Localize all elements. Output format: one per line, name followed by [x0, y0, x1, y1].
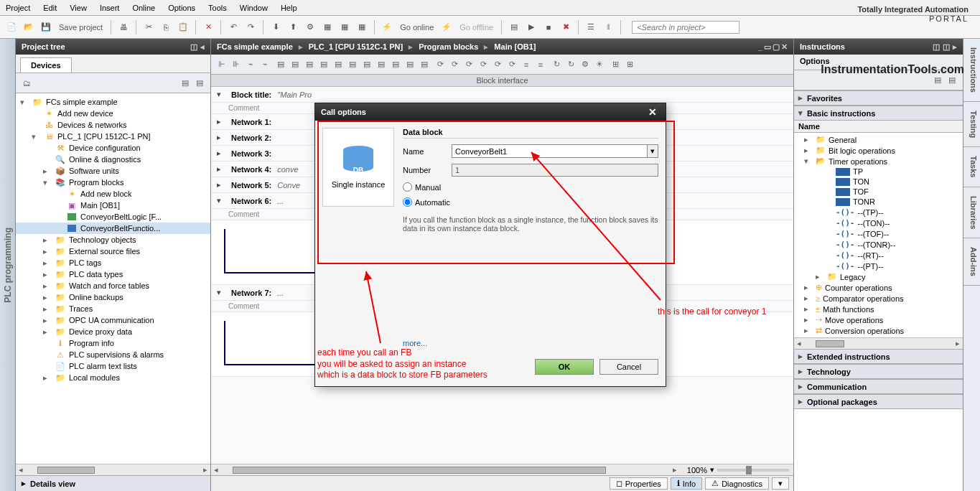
- minimize-icon[interactable]: _: [758, 42, 762, 52]
- left-sidebar-tab[interactable]: PLC programming: [0, 39, 16, 491]
- instr-item[interactable]: TOF: [797, 187, 960, 197]
- ed-icon[interactable]: ↻: [564, 58, 577, 71]
- ed-icon[interactable]: ↻: [550, 58, 563, 71]
- instr-group[interactable]: ▸📁Bit logic operations: [797, 145, 960, 156]
- compile-icon[interactable]: ⚙: [303, 20, 317, 34]
- vtab-tasks[interactable]: Tasks: [963, 147, 980, 187]
- tree-item[interactable]: ▸📁Traces: [16, 303, 210, 314]
- more-link[interactable]: more...: [403, 339, 658, 347]
- ed-icon[interactable]: ⌁: [244, 58, 257, 71]
- ed-icon[interactable]: ⟳: [448, 58, 461, 71]
- ed-icon[interactable]: ☀: [593, 58, 606, 71]
- ed-icon[interactable]: ▤: [360, 58, 373, 71]
- instr-hscroll[interactable]: ◂▸: [794, 337, 963, 349]
- ed-icon[interactable]: ▤: [403, 58, 416, 71]
- tree-item[interactable]: ✶Add new block: [16, 188, 210, 200]
- save-icon[interactable]: 💾: [39, 20, 53, 34]
- tb-icon-h[interactable]: ☰: [584, 20, 598, 34]
- devices-tab[interactable]: Devices: [20, 57, 72, 73]
- info-tab[interactable]: ℹ Info: [671, 477, 702, 490]
- tree-item[interactable]: ▸📁Watch and force tables: [16, 280, 210, 291]
- communication-header[interactable]: ▸Communication: [794, 379, 963, 394]
- ed-icon[interactable]: ⊞: [609, 58, 622, 71]
- project-tree[interactable]: ▾📁FCs simple example✶Add new device🖧Devi…: [16, 93, 210, 464]
- dropdown-icon[interactable]: ▾: [648, 144, 658, 158]
- cut-icon[interactable]: ✂: [141, 20, 156, 34]
- menu-options[interactable]: Options: [168, 4, 195, 12]
- vtab-instructions[interactable]: Instructions: [963, 39, 980, 102]
- instr-item[interactable]: TON: [797, 177, 960, 187]
- details-view-header[interactable]: ▸Details view: [16, 475, 210, 491]
- instr-group[interactable]: ▸⇄Conversion operations: [797, 325, 960, 336]
- tree-item[interactable]: ▸📁External source files: [16, 246, 210, 257]
- redo-icon[interactable]: ↷: [243, 20, 258, 34]
- properties-tab[interactable]: ◻ Properties: [610, 477, 668, 490]
- ed-icon[interactable]: ⟳: [505, 58, 518, 71]
- tb-icon-i[interactable]: ⫴: [601, 20, 615, 34]
- go-offline-icon[interactable]: ⚡: [439, 20, 454, 34]
- open-project-icon[interactable]: 📂: [22, 20, 36, 34]
- tree-item[interactable]: ▸📁Online backups: [16, 291, 210, 303]
- upload-icon[interactable]: ⬆: [286, 20, 300, 34]
- instr-item[interactable]: -()- --(TON)--: [797, 218, 960, 228]
- menu-insert[interactable]: Insert: [100, 4, 120, 12]
- download-icon[interactable]: ⬇: [269, 20, 283, 34]
- name-input[interactable]: [452, 144, 648, 158]
- ed-icon[interactable]: ≡: [520, 58, 533, 71]
- instr-item[interactable]: -()- --(RT)--: [797, 250, 960, 261]
- collapse-icon[interactable]: ◂: [200, 42, 205, 52]
- menu-tools[interactable]: Tools: [208, 4, 227, 12]
- ed-icon[interactable]: ⟳: [477, 58, 490, 71]
- instr-item[interactable]: TONR: [797, 197, 960, 207]
- pin-icon[interactable]: ◫: [190, 42, 197, 52]
- ed-icon[interactable]: ▤: [289, 58, 302, 71]
- tree-item[interactable]: ConveyorBeltFunctio...: [16, 223, 210, 234]
- tree-item[interactable]: ▸📁PLC data types: [16, 268, 210, 280]
- tree-item[interactable]: 📄PLC alarm text lists: [16, 360, 210, 372]
- zoom-slider[interactable]: [717, 469, 789, 472]
- menu-window[interactable]: Window: [240, 4, 268, 12]
- tree-item[interactable]: ▾📚Program blocks: [16, 177, 210, 188]
- tree-btn-b[interactable]: ▤: [193, 77, 206, 90]
- tree-item[interactable]: ▸📁Local modules: [16, 372, 210, 383]
- menu-view[interactable]: View: [70, 4, 87, 12]
- tree-btn-a[interactable]: ▤: [179, 77, 192, 90]
- dialog-titlebar[interactable]: Call options ✕: [315, 103, 666, 121]
- print-icon[interactable]: 🖶: [116, 20, 131, 34]
- tb-icon-d[interactable]: ▤: [507, 20, 521, 34]
- manual-radio[interactable]: Manual: [403, 182, 658, 192]
- max-icon[interactable]: ▢: [773, 42, 780, 52]
- collapse-icon[interactable]: ▸: [953, 42, 957, 52]
- undo-icon[interactable]: ↶: [226, 20, 241, 34]
- close-icon[interactable]: ✕: [645, 106, 660, 118]
- diagnostics-tab[interactable]: ⚠ Diagnostics: [705, 477, 769, 490]
- tree-item[interactable]: 🖧Devices & networks: [16, 119, 210, 131]
- search-input[interactable]: [632, 21, 739, 34]
- ed-icon[interactable]: ▤: [346, 58, 359, 71]
- tb-icon-e[interactable]: ▶: [524, 20, 538, 34]
- zoom-dropdown[interactable]: ▾: [710, 465, 714, 474]
- tree-item[interactable]: ▸📦Software units: [16, 165, 210, 177]
- cancel-button[interactable]: Cancel: [599, 359, 658, 375]
- tree-item[interactable]: ▸📁Device proxy data: [16, 326, 210, 337]
- copy-icon[interactable]: ⎘: [159, 20, 173, 34]
- ed-icon[interactable]: ⚙: [579, 58, 592, 71]
- ed-icon[interactable]: ▤: [332, 58, 345, 71]
- menu-online[interactable]: Online: [132, 4, 155, 12]
- tree-tool-icon[interactable]: 🗂: [20, 77, 33, 90]
- tree-item[interactable]: 🔍Online & diagnostics: [16, 154, 210, 165]
- instr-group[interactable]: ▸⇢Move operations: [797, 314, 960, 325]
- extended-header[interactable]: ▸Extended instructions: [794, 349, 963, 364]
- breadcrumb-item[interactable]: Main [OB1]: [494, 42, 536, 51]
- ed-icon[interactable]: ⊪: [230, 58, 243, 71]
- tree-hscroll[interactable]: ◂▸: [16, 464, 210, 475]
- tree-item[interactable]: ConveyorBeltLogic [F...: [16, 211, 210, 223]
- tree-item[interactable]: ▾📁FCs simple example: [16, 96, 210, 108]
- instr-group[interactable]: ▸📁Legacy: [797, 271, 960, 282]
- instr-item[interactable]: TP: [797, 167, 960, 177]
- menu-help[interactable]: Help: [281, 4, 297, 12]
- instr-group[interactable]: ▾📂Timer operations: [797, 156, 960, 167]
- ed-icon[interactable]: ≡: [534, 58, 547, 71]
- restore-icon[interactable]: ▭: [764, 42, 771, 52]
- instr-item[interactable]: -()- --(TONR)--: [797, 239, 960, 250]
